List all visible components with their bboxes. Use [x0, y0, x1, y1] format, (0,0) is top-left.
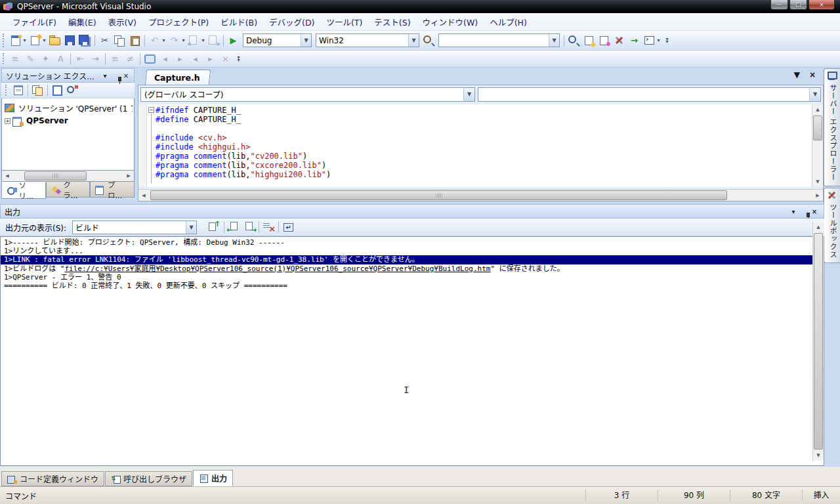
next-bookmark-icon[interactable]: ▸	[173, 52, 188, 66]
output-log[interactable]: 1>------ ビルド開始: プロジェクト: QPServer, 構成: De…	[0, 236, 824, 466]
editor-vscrollbar[interactable]: ▲ ▼	[812, 104, 823, 187]
chevron-down-icon[interactable]: ▼	[549, 34, 559, 47]
tree-expander-icon[interactable]: +	[5, 118, 10, 124]
find-symbol-icon[interactable]	[566, 33, 581, 48]
menu-item[interactable]: ウィンドウ(W)	[417, 13, 484, 31]
menu-item[interactable]: 表示(V)	[102, 13, 142, 31]
output-vscrollbar[interactable]: ▲ ▼	[812, 222, 824, 461]
browse-go-icon[interactable]: →	[627, 33, 642, 48]
toolbar-grip[interactable]	[5, 85, 9, 95]
member-list-icon[interactable]: ≡	[8, 52, 23, 66]
clear-all-icon[interactable]	[261, 220, 276, 234]
solution-explorer-tab[interactable]: クラ...	[46, 182, 91, 198]
output-line[interactable]: 1>リンクしています...	[1, 247, 824, 255]
toggle-bookmark-icon[interactable]	[142, 52, 158, 66]
outline-margin[interactable]: −	[147, 104, 156, 187]
menu-item[interactable]: 編集(E)	[62, 13, 102, 31]
find_combo[interactable]: ▼	[438, 33, 560, 47]
tool-window-tab[interactable]: 呼び出しブラウザ	[105, 471, 192, 486]
next-message-icon[interactable]	[242, 220, 257, 234]
add-item-icon[interactable]	[28, 33, 43, 48]
prev-bookmark-icon[interactable]: ◂	[158, 52, 173, 66]
chevron-down-icon[interactable]: ▼	[463, 88, 474, 101]
undo-icon[interactable]: ↶	[147, 33, 162, 48]
output-source-combo[interactable]: ビルド ▼	[72, 220, 197, 234]
menu-item[interactable]: テスト(S)	[368, 13, 416, 31]
document-close-icon[interactable]: ×	[809, 70, 816, 79]
save-icon[interactable]	[62, 33, 77, 48]
cut-icon[interactable]: ✂	[97, 33, 112, 48]
word-wrap-icon[interactable]	[281, 220, 296, 234]
property-pages-icon[interactable]	[581, 33, 597, 48]
word-completion-icon[interactable]: A	[53, 52, 68, 66]
parameter-info-icon[interactable]: ✎	[23, 52, 38, 66]
collapse-region-icon[interactable]: −	[148, 107, 154, 113]
code-editor[interactable]: − #ifndef CAPTURE_H_#define CAPTURE_H_ #…	[138, 104, 823, 187]
maximize-button[interactable]: □	[789, 0, 807, 10]
output-line[interactable]: 1>------ ビルド開始: プロジェクト: QPServer, 構成: De…	[1, 238, 824, 247]
paste-icon[interactable]	[127, 33, 142, 48]
editor-hscrollbar[interactable]: ◀ ▶	[138, 189, 823, 201]
properties-window-icon[interactable]	[10, 83, 26, 98]
view-code-icon[interactable]	[50, 83, 65, 98]
object-browser-icon[interactable]	[597, 33, 612, 48]
close-button[interactable]: ×	[808, 0, 835, 10]
tool-window-tab[interactable]: 出力	[193, 470, 233, 486]
panel-menu-dropdown-icon[interactable]: ▾	[788, 208, 799, 215]
scroll-down-icon[interactable]: ▼	[813, 450, 824, 461]
open-file-icon[interactable]	[47, 33, 62, 48]
previous-message-icon[interactable]	[226, 220, 242, 234]
external-tools-icon[interactable]	[612, 33, 627, 48]
config_combo[interactable]: Debug▼	[243, 33, 312, 47]
output-line[interactable]: 1>QPServer - エラー 1、警告 0	[1, 273, 824, 282]
menu-item[interactable]: プロジェクト(P)	[142, 13, 215, 31]
show-all-files-icon[interactable]	[30, 83, 45, 98]
save-all-icon[interactable]	[77, 33, 93, 48]
toolbar-grip[interactable]	[3, 53, 6, 65]
chevron-down-icon[interactable]: ▼	[408, 34, 419, 47]
solution-explorer-tab[interactable]: プロ...	[90, 182, 135, 198]
indicator-margin[interactable]	[138, 104, 147, 187]
next-bookmark-folder-icon[interactable]: ▸	[203, 52, 218, 66]
toolbar-overflow-icon[interactable]: ▾▾	[663, 33, 671, 48]
output-line[interactable]: 1>LINK : fatal error LNK1104: ファイル 'libb…	[1, 255, 824, 264]
redo-icon[interactable]: ↷	[167, 33, 182, 48]
document-list-dropdown-icon[interactable]: ▼	[794, 70, 800, 79]
chevron-down-icon[interactable]: ▼	[301, 34, 311, 47]
menu-item[interactable]: デバッグ(D)	[263, 13, 320, 31]
quick-info-icon[interactable]: ✦	[38, 52, 53, 66]
toolbar-overflow-icon[interactable]: ▾▾	[234, 52, 243, 66]
goto-message-icon[interactable]	[207, 220, 222, 234]
tree-row[interactable]: + QPServer	[5, 114, 133, 127]
tab-capture-h[interactable]: Capture.h	[145, 70, 211, 85]
scope-combo[interactable]: (グローバル スコープ) ▼	[140, 87, 475, 102]
prev-bookmark-folder-icon[interactable]: ◂	[188, 52, 203, 66]
clear-bookmarks-icon[interactable]: ×	[218, 52, 233, 66]
start-debugging-icon[interactable]: ▶	[226, 33, 241, 48]
output-line[interactable]: ========== ビルド: 0 正常終了、1 失敗、0 更新不要、0 スキッ…	[1, 282, 824, 290]
navigate-forward-icon[interactable]	[206, 33, 221, 48]
uncomment-icon[interactable]: ≠	[123, 52, 138, 66]
scroll-down-icon[interactable]: ▼	[812, 177, 823, 187]
view-class-diagram-icon[interactable]	[65, 83, 80, 98]
scroll-left-icon[interactable]: ◀	[138, 193, 149, 198]
tree-row[interactable]: ソリューション 'QPServer' (1 プロジェクト)	[5, 101, 133, 114]
comment-icon[interactable]: ≡	[108, 52, 123, 66]
scroll-right-icon[interactable]: ▶	[812, 193, 823, 198]
toolbar-grip[interactable]	[3, 33, 6, 47]
tool-window-tab[interactable]: コード定義ウィンドウ	[1, 471, 104, 486]
find-in-files-icon[interactable]	[421, 33, 436, 48]
output-line[interactable]: 1>ビルドログは "file://c:¥Users¥家庭用¥Desktop¥QP…	[1, 264, 824, 273]
scroll-up-icon[interactable]: ▲	[812, 104, 823, 115]
scroll-left-icon[interactable]: ◀	[2, 173, 12, 178]
minimize-button[interactable]: —	[770, 0, 788, 10]
new-project-icon[interactable]	[8, 33, 23, 48]
copy-icon[interactable]	[112, 33, 127, 48]
decrease-indent-icon[interactable]: ⇤	[73, 52, 88, 66]
increase-indent-icon[interactable]: ⇥	[88, 52, 103, 66]
member-combo[interactable]: ▼	[478, 87, 821, 102]
chevron-down-icon[interactable]: ▼	[186, 221, 196, 234]
menu-item[interactable]: ツール(T)	[320, 13, 368, 31]
chevron-down-icon[interactable]: ▼	[809, 88, 820, 101]
panel-close-icon[interactable]: ×	[809, 208, 820, 215]
